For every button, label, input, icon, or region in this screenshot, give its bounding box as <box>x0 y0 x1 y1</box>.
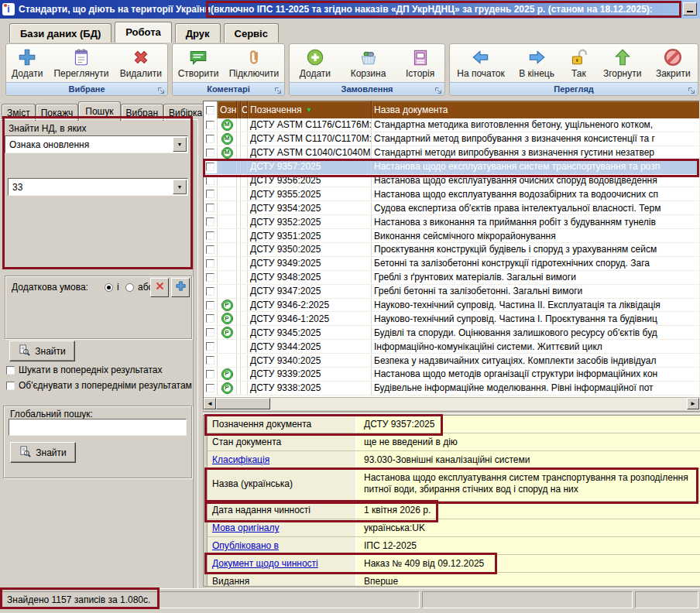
cell-name[interactable]: Стандартна методика виготовлення бетону,… <box>372 118 699 132</box>
cell-designation[interactable]: ДСТУ 9350:2025 <box>248 243 372 256</box>
basket-button[interactable]: Корзина <box>348 46 389 80</box>
row-checkbox[interactable] <box>204 132 218 146</box>
validity-document-link[interactable]: Документ щодо чинності <box>212 558 318 569</box>
cell-designation[interactable]: ДСТУ 9354:2025 <box>248 201 372 214</box>
dialog-launcher-icon[interactable] <box>274 85 282 96</box>
table-row[interactable]: РДСТУ 9346-2:2025Науково-технічний супро… <box>204 299 699 313</box>
row-checkbox[interactable] <box>204 243 218 256</box>
cell-designation[interactable]: ДСТУ 9357:2025 <box>248 160 372 173</box>
checkbox-merge-previous[interactable]: Об'єднувати з попередніми результатам <box>6 380 200 391</box>
ribbon-tab-work[interactable]: Робота <box>115 22 172 43</box>
row-checkbox[interactable] <box>204 326 218 339</box>
cell-name[interactable]: Науково-технічний супровід. Частина І. П… <box>372 312 699 325</box>
cell-designation[interactable]: ДСТУ 9345:2025 <box>248 326 372 339</box>
sidebar-tab-zmist[interactable]: Зміст <box>2 104 36 121</box>
row-checkbox[interactable] <box>204 340 218 353</box>
cell-designation[interactable]: ДСТУ ASTM C1040/C1040M:2025 (А <box>248 146 372 159</box>
sidebar-tab-pokazhch[interactable]: Покажч <box>36 104 79 121</box>
radio-or-icon[interactable] <box>125 283 134 292</box>
table-row[interactable]: РДСТУ 9339:2025Настанова щодо методів ор… <box>204 368 699 382</box>
checkbox-icon[interactable] <box>6 366 15 375</box>
sidebar-tab-vybran[interactable]: Вибран <box>121 104 164 121</box>
checkbox-icon[interactable] <box>6 382 15 390</box>
close-button[interactable]: Закрити <box>654 46 693 80</box>
row-checkbox[interactable] <box>204 174 218 187</box>
remove-condition-button[interactable] <box>150 278 169 297</box>
classification-link[interactable]: Класифікація <box>212 454 269 465</box>
radio-and-icon[interactable] <box>105 283 113 292</box>
search-value-combo[interactable]: 33 ▼ <box>8 178 188 196</box>
cell-designation[interactable]: ДСТУ 9349:2025 <box>248 257 372 270</box>
row-checkbox[interactable] <box>204 201 218 214</box>
cell-designation[interactable]: ДСТУ ASTM C1170/C1170M:2025 (А <box>248 132 372 146</box>
table-row[interactable]: РДСТУ 9338:2025Будівельне інформаційне м… <box>204 382 699 396</box>
published-in-link[interactable]: Опубліковано в <box>212 540 279 551</box>
dialog-launcher-icon[interactable] <box>434 85 442 96</box>
cell-name[interactable]: Настанова з виконання та приймання робіт… <box>372 215 699 228</box>
add-favorite-button[interactable]: Додати <box>9 46 45 80</box>
minimize-button[interactable] <box>683 2 697 15</box>
row-checkbox[interactable] <box>204 118 218 132</box>
cell-name[interactable]: Настанова щодо експлуатування водозабірн… <box>372 187 699 200</box>
add-order-button[interactable]: Додати <box>297 46 333 80</box>
table-row-selected[interactable]: ДСТУ 9357:2025Настанова щодо експлуатува… <box>204 160 699 174</box>
go-end-button[interactable]: В кінець <box>516 46 557 80</box>
row-checkbox[interactable] <box>204 299 218 312</box>
cell-designation[interactable]: ДСТУ 9355:2025 <box>248 187 372 200</box>
table-row[interactable]: МДСТУ ASTM C1170/C1170M:2025 (АСтандартн… <box>204 132 699 146</box>
global-find-button[interactable]: Знайти <box>10 442 76 463</box>
dialog-launcher-icon[interactable] <box>157 85 165 96</box>
scroll-left-icon[interactable]: ◄ <box>204 398 216 409</box>
cell-name[interactable]: Будівельне інформаційне моделювання. Рів… <box>372 382 699 395</box>
dialog-launcher-icon[interactable] <box>688 85 695 96</box>
checkbox-search-previous[interactable]: Шукати в попередніх результатах <box>6 365 200 375</box>
find-button[interactable]: Знайти <box>9 341 75 361</box>
yes-lock-button[interactable]: Так <box>566 46 591 80</box>
table-row[interactable]: МДСТУ ASTM C1040/C1040M:2025 (АСтандартн… <box>204 146 699 160</box>
table-row[interactable]: РДСТУ 9346-1:2025Науково-технічний супро… <box>204 312 699 326</box>
go-start-button[interactable]: На початок <box>455 46 507 80</box>
row-checkbox[interactable] <box>204 187 218 200</box>
select-all-checkbox[interactable] <box>204 101 218 118</box>
table-row[interactable]: ДСТУ 9356:2025Настанова щодо експлуатува… <box>204 174 699 188</box>
cell-designation[interactable]: ДСТУ 9356:2025 <box>248 174 372 187</box>
attach-comment-button[interactable]: Підключити <box>227 46 282 80</box>
sidebar-tab-vybirka[interactable]: Вибірка <box>163 104 208 121</box>
cell-designation[interactable]: ДСТУ 9348:2025 <box>248 271 372 284</box>
cell-designation[interactable]: ДСТУ 9352:2025 <box>248 215 372 228</box>
table-row[interactable]: ДСТУ 9340:2025Безпека у надзвичайних сит… <box>204 354 699 368</box>
row-checkbox[interactable] <box>204 146 218 159</box>
cell-name[interactable]: Настанова щодо методів організації струк… <box>372 368 699 381</box>
column-header-ozn[interactable]: Озн <box>218 101 237 118</box>
scrollbar-thumb[interactable] <box>216 398 270 409</box>
cell-name[interactable]: Судова експертиза об'єктів права інтелек… <box>372 201 699 214</box>
add-condition-button[interactable] <box>171 278 190 297</box>
scrollbar-track[interactable] <box>270 398 687 409</box>
view-favorite-button[interactable]: Переглянути <box>51 46 111 80</box>
row-checkbox[interactable] <box>204 382 218 395</box>
create-comment-button[interactable]: Створити <box>176 46 221 80</box>
cell-designation[interactable]: ДСТУ 9346-2:2025 <box>248 299 372 312</box>
row-checkbox[interactable] <box>204 368 218 381</box>
cell-name[interactable]: Безпека у надзвичайних ситуаціях. Компле… <box>372 354 699 367</box>
table-row[interactable]: РДСТУ 9345:2025Будівлі та споруди. Оціню… <box>204 326 699 340</box>
row-checkbox[interactable] <box>204 271 218 284</box>
cell-name[interactable]: Стандартний метод випробування з визначе… <box>372 132 699 146</box>
table-row[interactable]: ДСТУ 9347:2025Греблі бетонні та залізобе… <box>204 285 699 299</box>
collapse-button[interactable]: Згорнути <box>601 46 644 80</box>
cell-name[interactable]: Греблі бетонні та залізобетонні. Загальн… <box>372 285 699 298</box>
cell-designation[interactable]: ДСТУ 9346-1:2025 <box>248 312 372 325</box>
sidebar-tab-poshuk[interactable]: Пошук <box>78 101 120 121</box>
table-details-splitter[interactable] <box>203 411 700 414</box>
sidebar-scroll-strip[interactable] <box>193 120 198 613</box>
cell-designation[interactable]: ДСТУ 9351:2025 <box>248 229 372 242</box>
horizontal-scrollbar[interactable]: ◄ ► <box>204 397 699 409</box>
row-checkbox[interactable] <box>204 215 218 228</box>
table-row[interactable]: ДСТУ 9349:2025Бетонні та залізобетонні к… <box>204 257 699 271</box>
cell-designation[interactable]: ДСТУ 9347:2025 <box>248 285 372 298</box>
row-checkbox[interactable] <box>204 257 218 270</box>
column-header-name[interactable]: Назва документа <box>372 101 699 118</box>
cell-name[interactable]: Греблі з ґрунтових матеріалів. Загальні … <box>372 271 699 284</box>
cell-name[interactable]: Виконання сейсмічного мікрорайонування <box>372 229 699 242</box>
cell-name[interactable]: Інформаційно-комунікаційні системи. Житт… <box>372 340 699 353</box>
